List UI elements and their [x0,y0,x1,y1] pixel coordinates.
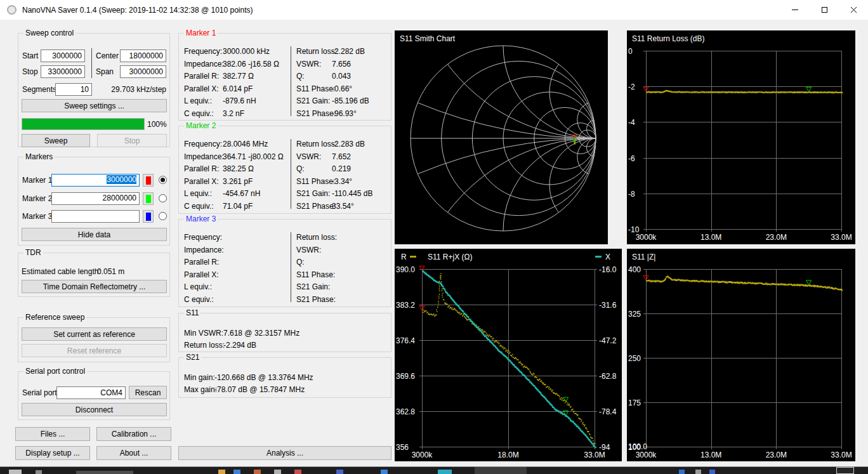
taskbar[interactable] [0,467,868,474]
taskbar-item[interactable] [274,470,281,474]
chart-label: -8 [628,190,635,199]
taskbar-item[interactable] [9,470,22,474]
marker3-color-button[interactable] [143,210,154,223]
minimize-button[interactable] [780,0,810,20]
marker2-value: 28000000 [103,194,136,202]
taskbar-item[interactable] [233,470,240,474]
taskbar-item[interactable] [336,470,343,474]
marker1-color-button[interactable] [143,174,154,187]
s21-panel: S21 Min gain: -120.668 dB @ 13.3764 MHz … [178,357,391,398]
marker1-radio[interactable] [159,176,167,184]
marker-data-row: L equiv.:-879.6 nHS21 Gain:-85.196 dB [179,96,391,107]
marker2-panel-title: Marker 2 [184,121,218,130]
about-button[interactable]: About ... [96,446,171,460]
chart-label: R [401,253,407,261]
start-input[interactable] [41,49,85,62]
stop-button[interactable]: Stop [97,134,167,147]
rescan-button[interactable]: Rescan [129,386,167,399]
marker2-color-swatch [146,195,151,203]
sweep-progress-bar [22,118,145,130]
marker2-radio[interactable] [159,194,167,202]
taskbar-item[interactable] [836,467,854,474]
series-trace-S11 Return Loss [646,90,843,94]
marker-field-value: -110.445 dB [332,189,373,198]
chart-label: S11 Smith Chart [400,34,456,43]
marker-field-value: 382.25 Ω [223,164,254,173]
sweep-settings-button[interactable]: Sweep settings ... [22,99,167,112]
chart-label: -6 [628,154,635,163]
reference-sweep-title: Reference sweep [23,313,86,322]
marker1-value: 3000000 [107,175,136,184]
marker-data-row: Parallel R:382.25 ΩQ:0.219 [179,164,391,174]
chart-label: 33.0M [831,451,852,459]
marker-field-label: VSWR: [296,152,321,161]
marker3-input[interactable] [51,210,140,223]
taskbar-item[interactable] [218,470,225,474]
smith-x-arc [395,30,608,138]
marker1-input[interactable]: 3000000 [51,174,140,187]
reset-reference-button[interactable]: Reset reference [22,344,167,357]
z-magnitude-chart[interactable]: 4003252501751003000k13.0M23.0M33.0M100.0… [627,249,855,461]
chart-label: -62.8 [599,372,617,381]
chart-label: 18.0M [497,451,518,459]
taskbar-item[interactable] [76,471,133,474]
chart-label: 23.0M [766,233,787,242]
marker-field-label: S21 Gain: [296,189,330,198]
taskbar-item[interactable] [254,470,261,474]
marker-field-value: 28.0046 MHz [223,140,268,148]
files-button[interactable]: Files ... [15,427,90,441]
chart-marker [806,280,812,285]
marker-field-label: Parallel X: [184,177,219,186]
marker3-panel-title: Marker 3 [184,214,218,223]
smith-x-arc [549,138,608,231]
marker-data-row: Parallel X:6.014 pFS11 Phase:-0.66° [179,84,391,95]
series-trace-|Z| [646,275,843,291]
analysis-button[interactable]: Analysis ... [178,446,391,460]
smith-x-arc [577,138,608,175]
sweep-control-group: Sweep control Start Center Stop Span Seg… [18,33,170,147]
taskbar-item[interactable] [381,470,388,474]
marker3-radio[interactable] [159,212,167,220]
sweep-progress-fill [22,119,144,129]
close-button[interactable] [839,0,868,20]
hide-data-button[interactable]: Hide data [22,228,167,241]
window-controls [780,0,868,20]
chart-label: 13.0M [700,233,721,242]
sweep-button[interactable]: Sweep [22,134,90,147]
serial-port-input[interactable] [56,386,126,399]
marker-field-value: -0.66° [332,84,352,93]
marker-data-row: L equiv.:-454.67 nHS21 Gain:-110.445 dB [179,189,391,199]
return-loss-chart[interactable]: 0-2-4-6-8-103000k13.0M23.0M33.0MS11 Retu… [627,30,855,244]
segments-input[interactable] [55,83,92,96]
r-jx-chart[interactable]: 390.0383.2376.4369.6362.8356-16.0-31.6-4… [395,249,622,461]
series-trace-X [422,270,596,449]
maximize-button[interactable] [810,0,839,20]
marker-field-label: L equiv.: [184,189,212,198]
title-bar: NanoVNA Saver 0.1.4 (Sweep: 2019-11-02 1… [0,0,868,20]
taskbar-item[interactable] [475,467,527,474]
smith-x-arc [411,138,608,244]
serial-port-title: Serial port control [23,367,87,376]
marker-field-value: -879.6 nH [223,96,256,105]
taskbar-item[interactable] [438,470,452,474]
span-input[interactable] [120,65,166,78]
taskbar-item[interactable] [709,470,715,474]
stop-input[interactable] [41,65,85,78]
disconnect-button[interactable]: Disconnect [22,403,167,416]
chart-label: 400 [628,265,641,274]
taskbar-item[interactable] [36,470,42,474]
marker-field-label: Impedance: [184,246,224,254]
tdr-button[interactable]: Time Domain Reflectometry ... [22,280,167,293]
taskbar-item[interactable] [294,470,301,474]
taskbar-item[interactable] [679,470,685,474]
chart-marker [806,87,812,91]
marker2-input[interactable]: 28000000 [51,192,140,205]
marker2-color-button[interactable] [143,192,154,205]
set-reference-button[interactable]: Set current as reference [22,327,167,341]
center-input[interactable] [120,49,166,62]
taskbar-item[interactable] [695,470,701,474]
marker1-label: Marker 1 [22,176,52,185]
smith-chart[interactable]: S11 Smith Chart [395,30,608,244]
display-setup-button[interactable]: Display setup ... [15,446,90,460]
calibration-button[interactable]: Calibration ... [96,427,171,441]
